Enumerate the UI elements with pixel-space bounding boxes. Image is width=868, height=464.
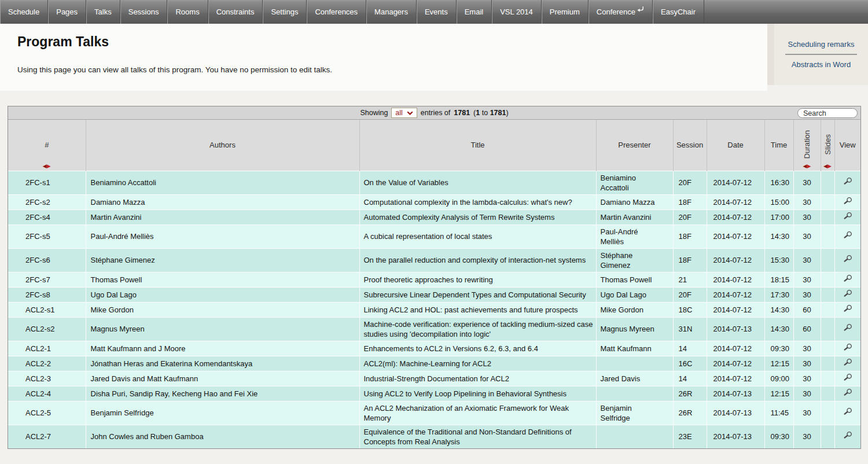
- cell-authors: Damiano Mazza: [86, 194, 359, 209]
- view-talk-button[interactable]: [834, 209, 860, 224]
- cell-authors: Magnus Myreen: [86, 317, 359, 341]
- cell-id: ACL2-5: [8, 401, 86, 425]
- column-header-date: Date: [707, 120, 764, 171]
- nav-tab-conferences[interactable]: Conferences: [307, 0, 366, 24]
- magnifier-icon[interactable]: [843, 212, 853, 223]
- nav-tab-rooms[interactable]: Rooms: [167, 0, 208, 24]
- cell-id: ACL2-1: [8, 341, 86, 356]
- cell-slides: [821, 386, 834, 401]
- cell-session: 26R: [673, 386, 707, 401]
- magnifier-icon[interactable]: [843, 323, 853, 334]
- sort-arrows-icon[interactable]: ◀▶: [43, 164, 51, 169]
- view-talk-button[interactable]: [834, 341, 860, 356]
- cell-duration: 30: [793, 224, 821, 248]
- magnifier-icon[interactable]: [843, 197, 853, 208]
- table-row: ACL2-3Jared Davis and Matt KaufmannIndus…: [8, 371, 860, 386]
- column-header-view: View: [834, 120, 860, 171]
- magnifier-icon[interactable]: [843, 231, 853, 242]
- view-talk-button[interactable]: [834, 386, 860, 401]
- cell-id: ACL2-4: [8, 386, 86, 401]
- side-panel: Scheduling remarks Abstracts in Word: [774, 24, 868, 85]
- table-row: 2FC-s5Paul-André MellièsA cubical repres…: [8, 224, 860, 248]
- nav-tab-constraints[interactable]: Constraints: [208, 0, 263, 24]
- nav-tab-conference[interactable]: Conference: [589, 0, 653, 24]
- cell-title: Automated Complexity Analysis of Term Re…: [359, 209, 596, 224]
- cell-id: 2FC-s6: [8, 248, 86, 272]
- nav-tab-premium[interactable]: Premium: [542, 0, 589, 24]
- nav-tab-vsl-2014[interactable]: VSL 2014: [492, 0, 542, 24]
- search-input[interactable]: [797, 108, 858, 118]
- column-header-authors: Authors: [86, 120, 359, 171]
- cell-presenter: [596, 386, 673, 401]
- nav-tab-managers[interactable]: Managers: [366, 0, 417, 24]
- view-talk-button[interactable]: [834, 401, 860, 425]
- magnifier-icon[interactable]: [843, 431, 853, 442]
- nav-tab-events[interactable]: Events: [417, 0, 457, 24]
- entries-range: (1 to 1781): [473, 109, 509, 117]
- view-talk-button[interactable]: [834, 425, 860, 448]
- cell-duration: 60: [793, 317, 821, 341]
- magnifier-icon[interactable]: [843, 373, 853, 384]
- magnifier-icon[interactable]: [843, 343, 853, 354]
- abstracts-in-word-link[interactable]: Abstracts in Word: [792, 58, 851, 71]
- view-talk-button[interactable]: [834, 171, 860, 194]
- cell-slides: [821, 401, 834, 425]
- cell-id: 2FC-s1: [8, 171, 86, 194]
- cell-presenter: Matt Kaufmann: [596, 341, 673, 356]
- cell-title: ACL2(ml): Machine-Learning for ACL2: [359, 356, 596, 371]
- view-talk-button[interactable]: [834, 248, 860, 272]
- view-talk-button[interactable]: [834, 272, 860, 287]
- cell-authors: Jared Davis and Matt Kaufmann: [86, 371, 359, 386]
- view-talk-button[interactable]: [834, 287, 860, 302]
- view-talk-button[interactable]: [834, 302, 860, 317]
- cell-time: 09:30: [764, 341, 793, 356]
- nav-tab-talks[interactable]: Talks: [86, 0, 120, 24]
- entries-per-page-select[interactable]: all: [391, 108, 417, 118]
- nav-tab-pages[interactable]: Pages: [48, 0, 86, 24]
- nav-tab-settings[interactable]: Settings: [263, 0, 307, 24]
- cell-date: 2014-07-12: [707, 302, 764, 317]
- magnifier-icon[interactable]: [843, 407, 853, 418]
- sort-arrows-icon[interactable]: ◀▶: [803, 164, 811, 169]
- cell-presenter: Thomas Powell: [596, 272, 673, 287]
- cell-date: 2014-07-12: [707, 371, 764, 386]
- cell-duration: 30: [793, 248, 821, 272]
- view-talk-button[interactable]: [834, 317, 860, 341]
- nav-tab-label: Conference: [597, 8, 635, 16]
- view-talk-button[interactable]: [834, 356, 860, 371]
- nav-tab-easychair[interactable]: EasyChair: [653, 0, 704, 24]
- magnifier-icon[interactable]: [843, 255, 853, 266]
- cell-id: ACL2-s2: [8, 317, 86, 341]
- nav-tab-email[interactable]: Email: [457, 0, 492, 24]
- magnifier-icon[interactable]: [843, 289, 853, 300]
- cell-session: 18F: [673, 194, 707, 209]
- cell-duration: 30: [793, 287, 821, 302]
- column-header-duration: Duration ◀▶: [793, 120, 821, 171]
- cell-title: An ACL2 Mechanization of an Axiomatic Fr…: [359, 401, 596, 425]
- cell-time: 17:00: [764, 209, 793, 224]
- cell-title: Linking ACL2 and HOL: past achievements …: [359, 302, 596, 317]
- view-talk-button[interactable]: [834, 371, 860, 386]
- cell-id: 2FC-s5: [8, 224, 86, 248]
- cell-duration: 60: [793, 302, 821, 317]
- cell-duration: 30: [793, 272, 821, 287]
- sort-arrows-icon[interactable]: ◀▶: [823, 164, 832, 169]
- cell-session: 20F: [673, 287, 707, 302]
- magnifier-icon[interactable]: [843, 358, 853, 369]
- view-talk-button[interactable]: [834, 224, 860, 248]
- cell-session: 20F: [673, 171, 707, 194]
- nav-tab-label: Events: [425, 8, 448, 16]
- view-talk-button[interactable]: [834, 194, 860, 209]
- magnifier-icon[interactable]: [843, 177, 853, 188]
- nav-tab-label: Email: [465, 8, 484, 16]
- cell-time: 11:45: [764, 401, 793, 425]
- magnifier-icon[interactable]: [843, 388, 853, 399]
- cell-date: 2014-07-13: [707, 386, 764, 401]
- magnifier-icon[interactable]: [843, 304, 853, 315]
- scheduling-remarks-link[interactable]: Scheduling remarks: [788, 38, 855, 51]
- nav-tab-sessions[interactable]: Sessions: [120, 0, 168, 24]
- cell-id: ACL2-2: [8, 356, 86, 371]
- nav-tab-schedule[interactable]: Schedule: [0, 0, 48, 24]
- cell-time: 09:00: [764, 371, 793, 386]
- magnifier-icon[interactable]: [843, 274, 853, 285]
